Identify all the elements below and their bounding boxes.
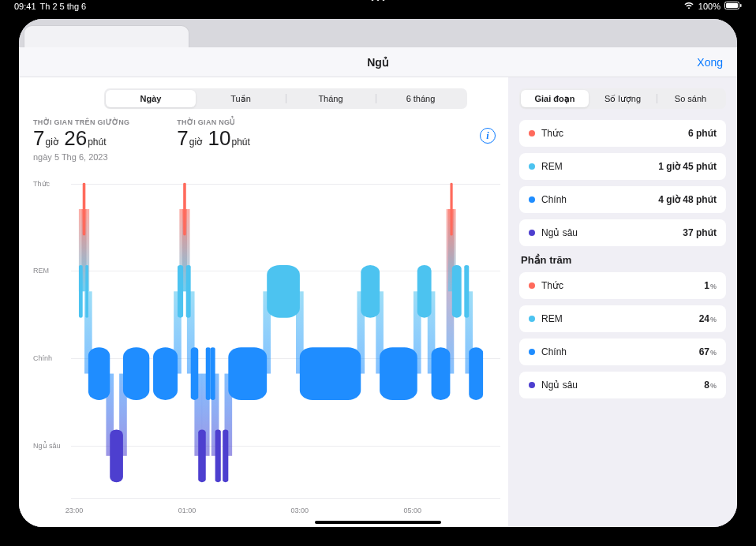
page-title: Ngủ <box>367 56 389 69</box>
stage-label: Chính <box>541 346 567 357</box>
percent-heading: Phần trăm <box>521 254 726 266</box>
battery-icon <box>724 2 742 11</box>
stage-percent: 24% <box>699 313 717 324</box>
stage-label: REM <box>541 161 563 172</box>
stage-dot-icon <box>529 349 535 355</box>
period-segmented[interactable]: Ngày Tuần Tháng 6 tháng <box>104 88 467 109</box>
stage-label: REM <box>541 313 563 324</box>
stage-label: Ngủ sâu <box>541 380 578 391</box>
done-button[interactable]: Xong <box>697 56 723 69</box>
stage-percent-row[interactable]: Thức 1% <box>519 272 726 299</box>
svg-rect-43 <box>300 347 361 400</box>
svg-rect-40 <box>223 429 228 482</box>
svg-rect-36 <box>198 429 206 482</box>
chart-y-label: Thức <box>33 180 50 188</box>
stage-dot-icon <box>529 382 535 388</box>
svg-rect-33 <box>183 183 186 236</box>
stage-value: 4 giờ 48 phút <box>658 194 717 205</box>
svg-rect-37 <box>206 347 211 400</box>
svg-rect-1 <box>726 3 738 8</box>
home-indicator[interactable] <box>315 521 441 524</box>
stage-dot-icon <box>529 282 535 289</box>
tib-caption: THỜI GIAN TRÊN GIƯỜNG <box>33 118 129 126</box>
side-pane: Giai đoạn Số lượng So sánh Thức 6 phút R… <box>508 77 737 527</box>
tib-date: ngày 5 Thg 6, 2023 <box>33 152 129 162</box>
svg-rect-34 <box>186 265 191 318</box>
view-compare[interactable]: So sánh <box>657 90 724 107</box>
time-asleep-block: THỜI GIAN NGỦ 7giờ 10phút <box>177 118 253 162</box>
stage-label: Thức <box>541 280 563 291</box>
svg-rect-50 <box>464 265 469 318</box>
svg-rect-46 <box>417 265 432 318</box>
svg-rect-31 <box>153 347 178 400</box>
stage-percent: 1% <box>704 280 717 291</box>
stage-value: 1 giờ 45 phút <box>658 161 717 172</box>
stage-duration-row[interactable]: Chính 4 giờ 48 phút <box>519 186 726 213</box>
svg-rect-2 <box>740 4 742 7</box>
period-day[interactable]: Ngày <box>106 90 196 107</box>
svg-rect-32 <box>178 265 183 318</box>
period-week[interactable]: Tuần <box>196 90 286 107</box>
view-segmented[interactable]: Giai đoạn Số lượng So sánh <box>519 88 726 109</box>
asleep-caption: THỜI GIAN NGỦ <box>177 118 253 126</box>
wifi-icon <box>683 2 694 11</box>
chart-x-label: 03:00 <box>291 507 309 514</box>
stage-dot-icon <box>529 196 535 203</box>
svg-rect-27 <box>85 265 88 318</box>
stage-percent-row[interactable]: Chính 67% <box>519 338 726 365</box>
svg-rect-35 <box>191 347 199 400</box>
status-time: 09:41 <box>14 2 36 11</box>
stage-value: 6 phút <box>688 128 717 139</box>
stage-label: Thức <box>541 128 563 139</box>
status-battery-percent: 100% <box>698 2 720 11</box>
view-amounts[interactable]: Số lượng <box>589 90 657 107</box>
period-month[interactable]: Tháng <box>286 90 376 107</box>
summary-row: THỜI GIAN TRÊN GIƯỜNG 7giờ 26phút ngày 5… <box>33 118 500 162</box>
view-stages[interactable]: Giai đoạn <box>521 90 589 107</box>
stage-label: Chính <box>541 194 567 205</box>
chart-y-label: Ngủ sâu <box>33 442 61 450</box>
svg-rect-26 <box>83 183 86 236</box>
stage-duration-row[interactable]: Ngủ sâu 37 phút <box>519 219 726 246</box>
chart-y-label: REM <box>33 267 49 275</box>
svg-rect-48 <box>450 183 452 236</box>
chart-y-label: Chính <box>33 354 52 362</box>
chart-x-label: 05:00 <box>404 507 422 514</box>
svg-rect-44 <box>361 265 380 318</box>
svg-rect-42 <box>267 265 300 318</box>
stage-label: Ngủ sâu <box>541 227 578 238</box>
multitask-indicator[interactable] <box>372 0 385 1</box>
svg-rect-41 <box>228 347 267 400</box>
period-6mo[interactable]: 6 tháng <box>376 90 466 107</box>
stage-dot-icon <box>529 316 535 322</box>
stage-duration-row[interactable]: REM 1 giờ 45 phút <box>519 153 726 180</box>
svg-rect-29 <box>110 429 123 482</box>
stage-value: 37 phút <box>683 227 717 238</box>
stage-duration-row[interactable]: Thức 6 phút <box>519 120 726 147</box>
stage-percent: 8% <box>704 380 717 391</box>
svg-rect-25 <box>79 265 83 318</box>
info-button[interactable]: i <box>480 128 496 144</box>
sleep-chart[interactable]: ThứcREMChínhNgủ sâu23:0001:0003:0005:00 <box>33 170 500 519</box>
time-in-bed-block: THỜI GIAN TRÊN GIƯỜNG 7giờ 26phút ngày 5… <box>33 118 129 162</box>
status-date: Th 2 5 thg 6 <box>40 2 87 11</box>
chart-x-label: 01:00 <box>178 507 196 514</box>
stage-percent-row[interactable]: REM 24% <box>519 305 726 332</box>
svg-rect-45 <box>380 347 417 400</box>
svg-rect-47 <box>432 347 451 400</box>
stage-percent-row[interactable]: Ngủ sâu 8% <box>519 372 726 398</box>
background-tab[interactable] <box>24 25 189 47</box>
main-pane: Ngày Tuần Tháng 6 tháng THỜI GIAN TRÊN G… <box>19 77 508 527</box>
svg-rect-39 <box>215 429 221 482</box>
stage-dot-icon <box>529 230 535 236</box>
stage-duration-list: Thức 6 phút REM 1 giờ 45 phút Chính 4 gi… <box>519 120 726 246</box>
window-tab-strip <box>19 19 737 47</box>
stage-percent-list: Thức 1% REM 24% Chính 67% Ngủ sâu 8% <box>519 272 726 398</box>
stage-dot-icon <box>529 130 535 136</box>
svg-rect-30 <box>123 347 149 400</box>
stage-dot-icon <box>529 163 535 170</box>
svg-rect-51 <box>469 347 483 400</box>
svg-rect-28 <box>88 347 110 400</box>
status-bar: 09:41 Th 2 5 thg 6 100% <box>0 0 756 15</box>
chart-x-label: 23:00 <box>65 507 84 514</box>
